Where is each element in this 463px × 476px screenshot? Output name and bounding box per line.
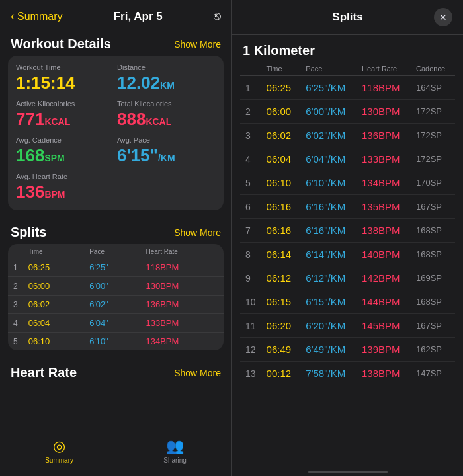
back-label: Summary [17, 11, 62, 22]
scroll-content: Workout Details Show More Workout Time 1… [0, 28, 232, 430]
left-split-time: 06:10 [23, 333, 84, 351]
heart-rate-section-header: Heart Rate Show More [0, 357, 232, 384]
left-split-num: 4 [8, 314, 23, 333]
workout-pace-item: Avg. Pace 6'15"/KM [117, 136, 216, 166]
workout-details-header: Workout Details Show More [0, 28, 232, 56]
right-split-time: 06:04 [261, 147, 301, 171]
right-split-hr: 138BPM [357, 219, 411, 243]
right-split-pace: 6'25"/KM [300, 76, 357, 100]
r-col-num [240, 62, 261, 76]
splits-table: Time Pace Heart Rate 1 06:25 6'25" 118BP… [8, 244, 224, 350]
workout-card: Workout Time 1:15:14 Distance 12.02KM Ac… [8, 56, 224, 210]
right-split-cad: 172SP [411, 124, 455, 147]
back-button[interactable]: ‹ Summary [11, 9, 62, 23]
right-split-pace: 7'58"/KM [300, 362, 357, 385]
right-split-num: 8 [240, 243, 261, 266]
r-col-hr: Heart Rate [357, 62, 411, 76]
left-split-pace: 6'00" [84, 277, 140, 296]
workout-active-kcal-value: 771KCAL [16, 109, 114, 130]
splits-panel-title: Splits [332, 11, 362, 24]
right-split-time: 06:10 [261, 171, 301, 195]
splits-col-pace: Pace [84, 244, 140, 258]
right-split-time: 06:02 [261, 124, 301, 147]
left-splits-row: 5 06:10 6'10" 134BPM [8, 333, 224, 351]
right-split-pace: 6'02"/KM [300, 124, 357, 147]
left-split-num: 1 [8, 258, 23, 277]
right-split-num: 4 [240, 147, 261, 171]
right-split-hr: 139BPM [357, 338, 411, 362]
left-split-hr: 130BPM [140, 277, 224, 296]
right-split-pace: 6'12"/KM [300, 266, 357, 290]
right-split-hr: 138BPM [357, 362, 411, 385]
right-split-hr: 144BPM [357, 290, 411, 314]
right-split-num: 1 [240, 76, 261, 100]
right-split-hr: 136BPM [357, 124, 411, 147]
right-split-num: 2 [240, 100, 261, 124]
summary-nav-label: Summary [45, 457, 73, 464]
splits-panel-header: Splits ✕ [232, 0, 463, 35]
right-splits-row: 10 06:15 6'15"/KM 144BPM 168SP [240, 290, 455, 314]
workout-total-kcal-value: 888KCAL [117, 109, 216, 130]
workout-hr-item: Avg. Heart Rate 136BPM [16, 173, 216, 202]
workout-total-kcal-label: Total Kilocalories [117, 100, 216, 108]
left-split-pace: 6'25" [84, 258, 140, 277]
workout-details-title: Workout Details [11, 36, 111, 52]
right-split-num: 10 [240, 290, 261, 314]
right-splits-row: 6 06:16 6'16"/KM 135BPM 167SP [240, 195, 455, 219]
nav-summary[interactable]: ◎ Summary [45, 438, 73, 464]
left-split-hr: 118BPM [140, 258, 224, 277]
splits-col-hr: Heart Rate [140, 244, 224, 258]
right-splits-row: 3 06:02 6'02"/KM 136BPM 172SP [240, 124, 455, 147]
left-splits-row: 4 06:04 6'04" 133BPM [8, 314, 224, 333]
right-split-hr: 130BPM [357, 100, 411, 124]
splits-title: Splits [11, 225, 46, 240]
right-split-cad: 167SP [411, 195, 455, 219]
heart-rate-title: Heart Rate [11, 365, 77, 380]
right-splits-row: 12 06:49 6'49"/KM 139BPM 162SP [240, 338, 455, 362]
splits-show-more[interactable]: Show More [174, 227, 221, 238]
workout-hr-label: Avg. Heart Rate [16, 173, 216, 180]
right-splits-row: 11 06:20 6'20"/KM 145BPM 167SP [240, 314, 455, 338]
right-split-num: 7 [240, 219, 261, 243]
right-split-cad: 168SP [411, 219, 455, 243]
full-splits-container: Time Pace Heart Rate Cadence 1 06:25 6'2… [232, 62, 463, 471]
right-split-cad: 167SP [411, 314, 455, 338]
left-split-num: 3 [8, 296, 23, 314]
workout-active-kcal-item: Active Kilocalories 771KCAL [16, 100, 114, 130]
share-button[interactable]: ⎋ [214, 9, 221, 23]
right-split-time: 06:00 [261, 100, 301, 124]
back-chevron-icon: ‹ [11, 9, 15, 23]
splits-col-num [8, 244, 23, 258]
left-panel: ‹ Summary Fri, Apr 5 ⎋ Workout Details S… [0, 0, 232, 476]
r-col-cad: Cadence [411, 62, 455, 76]
workout-cadence-item: Avg. Cadence 168SPM [16, 136, 114, 166]
right-split-time: 06:14 [261, 243, 301, 266]
header-date: Fri, Apr 5 [114, 10, 163, 23]
workout-time-label: Workout Time [16, 63, 114, 71]
right-splits-row: 1 06:25 6'25"/KM 118BPM 164SP [240, 76, 455, 100]
header: ‹ Summary Fri, Apr 5 ⎋ [0, 0, 232, 28]
sharing-nav-label: Sharing [163, 457, 186, 464]
right-split-pace: 6'00"/KM [300, 100, 357, 124]
right-split-hr: 133BPM [357, 147, 411, 171]
heart-rate-show-more[interactable]: Show More [174, 368, 221, 378]
right-split-pace: 6'15"/KM [300, 290, 357, 314]
left-split-time: 06:04 [23, 314, 84, 333]
workout-details-show-more[interactable]: Show More [174, 39, 221, 50]
workout-time-value: 1:15:14 [16, 73, 114, 93]
right-split-cad: 164SP [411, 76, 455, 100]
left-split-hr: 133BPM [140, 314, 224, 333]
left-split-pace: 6'10" [84, 333, 140, 351]
nav-sharing[interactable]: 👥 Sharing [163, 438, 186, 464]
right-split-time: 06:12 [261, 266, 301, 290]
right-split-num: 9 [240, 266, 261, 290]
workout-cadence-value: 168SPM [16, 145, 114, 166]
right-split-time: 06:49 [261, 338, 301, 362]
close-button[interactable]: ✕ [434, 8, 452, 26]
right-splits-row: 7 06:16 6'16"/KM 138BPM 168SP [240, 219, 455, 243]
right-split-time: 06:16 [261, 219, 301, 243]
workout-pace-label: Avg. Pace [117, 136, 216, 144]
right-splits-row: 8 06:14 6'14"/KM 140BPM 168SP [240, 243, 455, 266]
right-splits-row: 5 06:10 6'10"/KM 134BPM 170SP [240, 171, 455, 195]
r-col-time: Time [261, 62, 301, 76]
